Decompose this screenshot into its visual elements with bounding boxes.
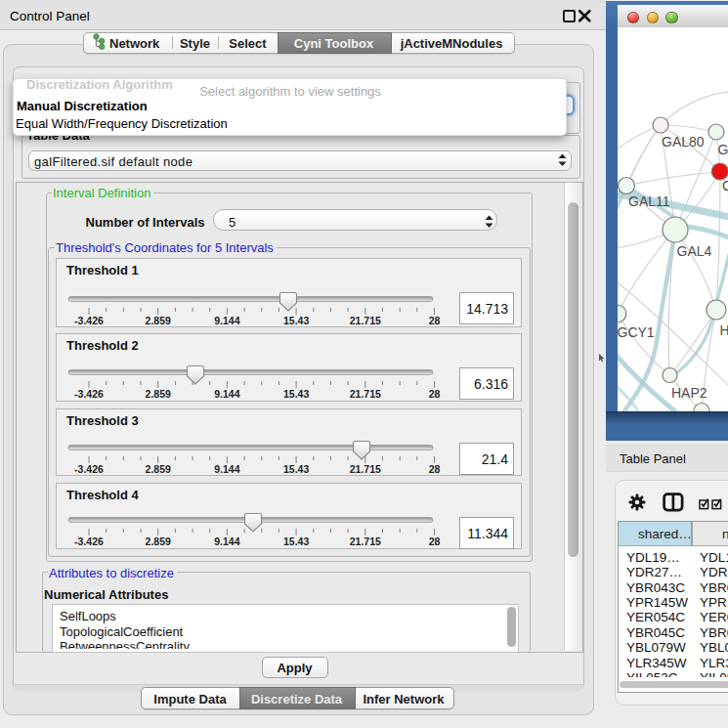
svg-text:-3.426: -3.426 xyxy=(74,315,104,326)
svg-text:-3.426: -3.426 xyxy=(74,535,104,547)
svg-text:21.715: 21.715 xyxy=(350,463,381,475)
svg-text:CY: CY xyxy=(722,178,728,193)
svg-text:21.715: 21.715 xyxy=(350,535,381,547)
svg-text:28: 28 xyxy=(429,535,441,547)
svg-text:28: 28 xyxy=(429,315,441,326)
svg-text:9.144: 9.144 xyxy=(214,463,239,475)
svg-text:GAL4: GAL4 xyxy=(677,243,712,259)
svg-text:9.144: 9.144 xyxy=(214,535,239,547)
svg-text:HIS4: HIS4 xyxy=(720,322,728,338)
svg-text:GCY1: GCY1 xyxy=(618,324,655,340)
svg-text:15.43: 15.43 xyxy=(283,388,309,400)
svg-text:9.144: 9.144 xyxy=(214,388,239,400)
svg-text:GAL11: GAL11 xyxy=(628,193,670,209)
svg-text:28: 28 xyxy=(429,388,441,400)
svg-text:2.859: 2.859 xyxy=(146,315,171,326)
svg-text:15.43: 15.43 xyxy=(283,463,309,475)
svg-text:G…: G… xyxy=(718,142,728,157)
svg-text:15.43: 15.43 xyxy=(283,315,309,326)
svg-text:21.715: 21.715 xyxy=(350,315,381,326)
svg-text:2.859: 2.859 xyxy=(146,535,171,547)
svg-text:21.715: 21.715 xyxy=(350,388,381,400)
svg-text:9.144: 9.144 xyxy=(214,315,239,326)
svg-text:HAP2: HAP2 xyxy=(671,385,707,401)
svg-text:28: 28 xyxy=(429,463,441,475)
svg-text:-3.426: -3.426 xyxy=(74,388,104,400)
svg-text:2.859: 2.859 xyxy=(146,388,171,400)
svg-text:-3.426: -3.426 xyxy=(74,463,104,475)
svg-text:15.43: 15.43 xyxy=(283,535,309,547)
svg-text:GAL80: GAL80 xyxy=(662,134,705,150)
svg-text:2.859: 2.859 xyxy=(146,463,171,475)
